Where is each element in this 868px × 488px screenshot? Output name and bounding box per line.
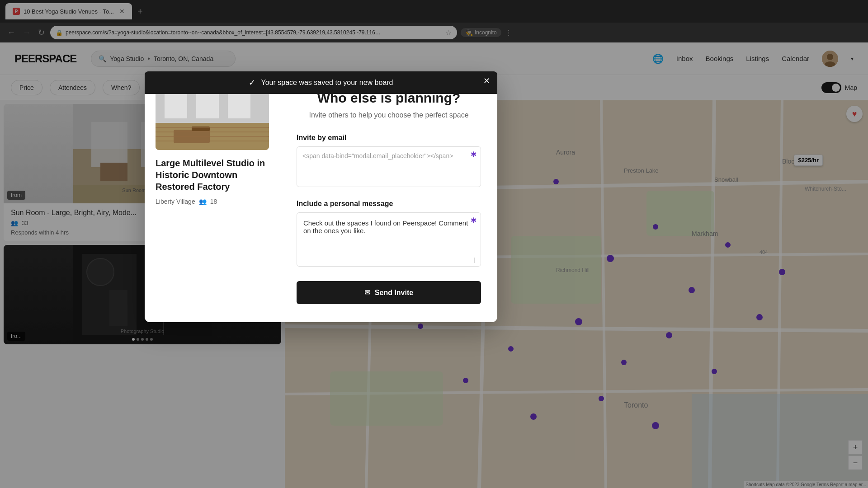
svg-rect-58 <box>196 91 219 118</box>
send-invite-label: Send Invite <box>375 289 413 297</box>
venue-neighborhood: Liberty Village <box>156 198 195 205</box>
modal-overlay: ✓ Your space was saved to your new board… <box>0 0 868 488</box>
capacity-icon: 👥 <box>199 198 207 205</box>
message-section-label: Include a personal message <box>297 200 481 208</box>
message-input[interactable] <box>297 212 481 267</box>
modal-venue-title: Large Multilevel Studio in Historic Down… <box>156 157 269 192</box>
invite-email-label: Invite by email <box>297 134 481 142</box>
email-input-wrapper: <span data-bind="modal.email_placeholder… <box>297 146 481 189</box>
modal-venue-image <box>156 87 269 150</box>
modal-subtitle: Invite others to help you choose the per… <box>297 111 481 119</box>
notification-close-button[interactable]: ✕ <box>483 76 490 86</box>
svg-rect-59 <box>228 91 250 118</box>
svg-rect-57 <box>165 91 187 118</box>
venue-image-placeholder <box>156 87 269 150</box>
notification-message: Your space was saved to your new board <box>261 79 393 87</box>
modal-invite-panel: Who else is planning? Invite others to h… <box>280 72 497 322</box>
venue-capacity: 18 <box>210 198 217 205</box>
notification-banner: ✓ Your space was saved to your new board… <box>145 71 497 94</box>
email-icon: ✉ <box>364 288 370 297</box>
message-required-indicator: ✱ <box>471 216 476 225</box>
check-icon: ✓ <box>249 78 255 88</box>
send-invite-button[interactable]: ✉ Send Invite <box>297 281 481 304</box>
message-input-wrapper: ✱ | <box>297 212 481 268</box>
cursor-indicator: | <box>474 256 476 263</box>
modal-venue-panel: Large Multilevel Studio in Historic Down… <box>145 72 280 322</box>
modal-venue-meta: Liberty Village 👥 18 <box>156 198 269 205</box>
modal-dialog: Large Multilevel Studio in Historic Down… <box>145 72 497 322</box>
invite-email-section: Invite by email <span data-bind="modal.e… <box>297 134 481 189</box>
email-input[interactable]: <span data-bind="modal.email_placeholder… <box>297 146 481 187</box>
email-required-indicator: ✱ <box>471 150 476 159</box>
personal-message-section: Include a personal message ✱ | <box>297 200 481 268</box>
